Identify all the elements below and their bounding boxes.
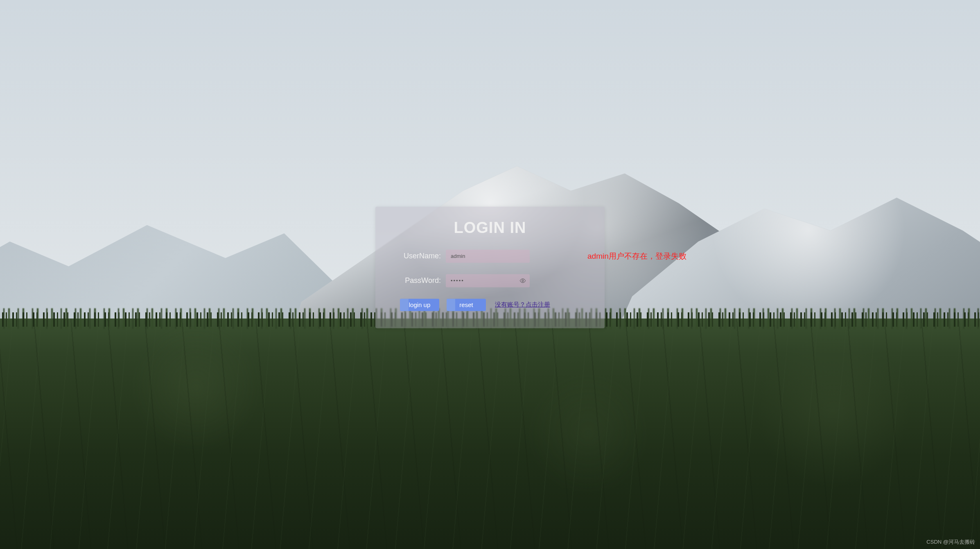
button-row: login up reset 没有账号？点击注册 xyxy=(396,298,584,311)
password-row: PassWord: xyxy=(396,274,584,287)
username-label: UserName: xyxy=(396,252,441,260)
eye-icon[interactable] xyxy=(519,277,526,284)
username-input-wrap xyxy=(446,249,530,262)
username-input[interactable] xyxy=(446,249,530,262)
login-button[interactable]: login up xyxy=(400,298,439,311)
svg-point-0 xyxy=(522,280,524,281)
login-title: LOGIN IN xyxy=(396,219,584,236)
register-link[interactable]: 没有账号？点击注册 xyxy=(495,301,550,309)
login-card: LOGIN IN UserName: admin用户不存在，登录失败 PassW… xyxy=(375,206,605,328)
password-input[interactable] xyxy=(446,274,530,287)
reset-button[interactable]: reset xyxy=(447,298,486,311)
password-input-wrap xyxy=(446,274,530,287)
password-label: PassWord: xyxy=(396,276,441,285)
watermark: CSDN @河马去搬砖 xyxy=(926,538,975,546)
username-row: UserName: admin用户不存在，登录失败 xyxy=(396,249,584,262)
error-message: admin用户不存在，登录失败 xyxy=(587,251,686,261)
